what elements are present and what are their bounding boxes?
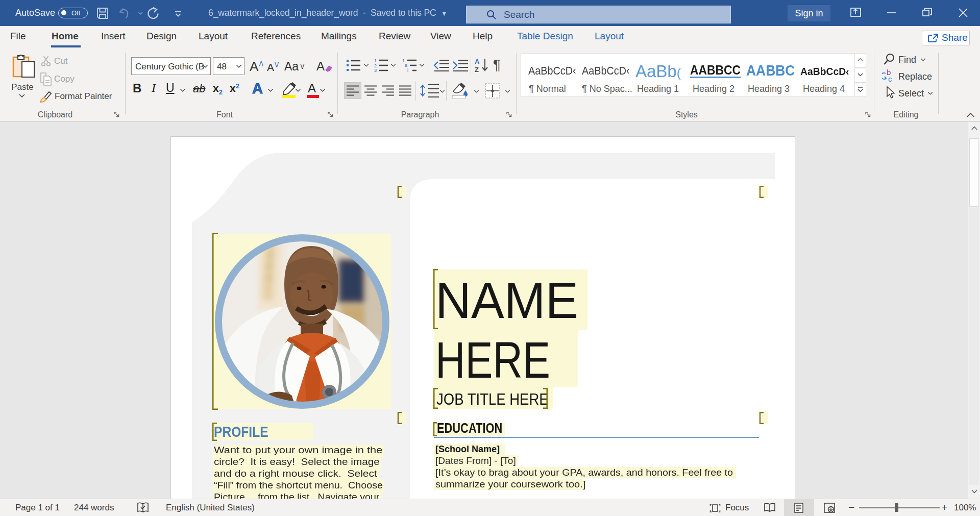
svg-text:3: 3 (374, 68, 377, 72)
svg-text:a: a (405, 63, 407, 68)
svg-text:i: i (407, 68, 408, 72)
svg-text:c: c (888, 75, 892, 83)
svg-text:Z: Z (475, 66, 479, 73)
svg-text:A: A (475, 58, 480, 65)
svg-text:1: 1 (374, 58, 377, 63)
